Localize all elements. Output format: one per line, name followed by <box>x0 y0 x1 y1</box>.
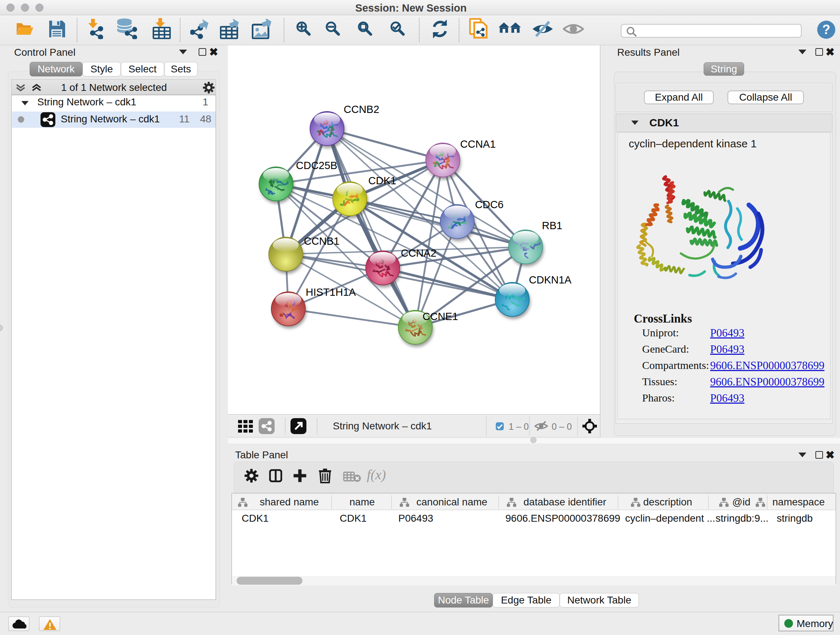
svg-text:CCNB1: CCNB1 <box>304 235 339 247</box>
svg-text:CDC6: CDC6 <box>475 199 504 211</box>
svg-text:CCNA1: CCNA1 <box>460 138 496 150</box>
svg-text:CCNB2: CCNB2 <box>344 103 379 115</box>
svg-text:CDKN1A: CDKN1A <box>529 274 572 286</box>
svg-text:CDK1: CDK1 <box>368 175 396 187</box>
svg-text:CDC25B: CDC25B <box>296 160 337 171</box>
svg-text:CCNE1: CCNE1 <box>423 310 458 322</box>
svg-text:CCNA2: CCNA2 <box>401 247 436 259</box>
svg-text:?: ? <box>822 22 830 37</box>
svg-text:HIST1H1A: HIST1H1A <box>306 287 356 298</box>
svg-text:RB1: RB1 <box>542 220 562 231</box>
